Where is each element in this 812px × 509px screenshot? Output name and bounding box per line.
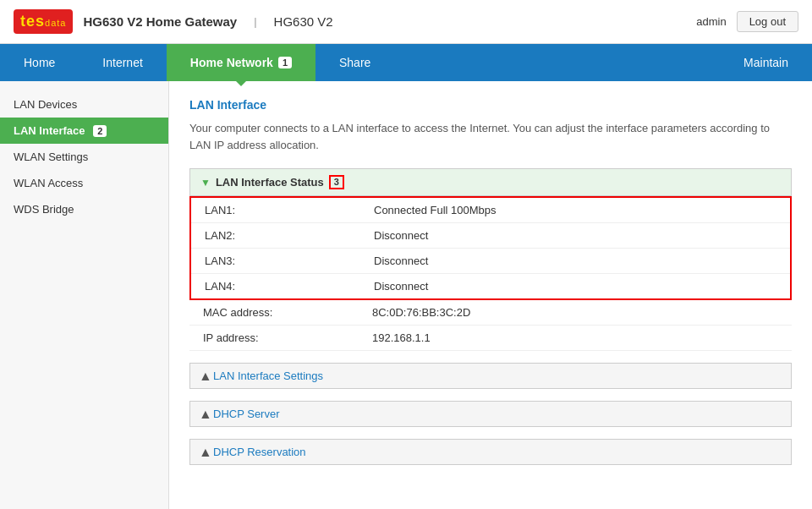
sidebar-item-wlan-settings[interactable]: WLAN Settings: [0, 144, 168, 170]
nav-share[interactable]: Share: [315, 44, 394, 81]
status-table: LAN1: Connected Full 100Mbps LAN2: Disco…: [189, 196, 792, 300]
lan3-label: LAN3:: [205, 254, 374, 267]
sidebar-item-lan-devices[interactable]: LAN Devices: [0, 91, 168, 118]
sidebar-item-wlan-access[interactable]: WLAN Access: [0, 170, 168, 196]
page-title: LAN Interface: [189, 98, 792, 112]
sidebar-item-lan-interface[interactable]: LAN Interface 2: [0, 118, 168, 144]
logo: tesdata: [14, 9, 73, 34]
header: tesdata HG630 V2 Home Gateway | HG630 V2…: [0, 0, 812, 44]
dhcp-server-section: ▶ DHCP Server: [189, 401, 792, 427]
sidebar-label-wlan-access: WLAN Access: [14, 177, 83, 189]
sidebar-badge-lan-interface: 2: [93, 125, 107, 137]
dhcp-reservation-section-label: DHCP Reservation: [213, 446, 306, 458]
status-section-label: LAN Interface Status: [216, 176, 324, 189]
nav-maintain-label: Maintain: [743, 56, 788, 69]
sidebar-label-lan-interface: LAN Interface: [14, 124, 85, 137]
lan4-label: LAN4:: [205, 280, 374, 293]
dhcp-server-section-header[interactable]: ▶ DHCP Server: [189, 401, 792, 427]
dhcp-reservation-section: ▶ DHCP Reservation: [189, 439, 792, 465]
nav-home[interactable]: Home: [0, 44, 79, 81]
nav-home-label: Home: [24, 56, 55, 69]
status-section-badge: 3: [329, 175, 344, 189]
dhcp-server-arrow-icon: ▶: [199, 410, 211, 418]
ip-label: IP address:: [203, 331, 372, 344]
dhcp-reservation-arrow-icon: ▶: [199, 448, 211, 456]
nav-home-network[interactable]: Home Network 1: [167, 44, 315, 81]
mac-row: MAC address: 8C:0D:76:BB:3C:2D: [189, 300, 792, 326]
mac-label: MAC address:: [203, 306, 372, 319]
nav-home-network-label: Home Network: [190, 56, 273, 69]
main-nav: Home Internet Home Network 1 Share Maint…: [0, 44, 812, 81]
status-arrow-icon: ▼: [200, 177, 211, 189]
layout: LAN Devices LAN Interface 2 WLAN Setting…: [0, 81, 812, 509]
nav-maintain[interactable]: Maintain: [720, 44, 812, 81]
sidebar-label-wds-bridge: WDS Bridge: [14, 203, 74, 216]
logo-data: data: [45, 18, 66, 28]
sidebar-label-lan-devices: LAN Devices: [14, 98, 77, 111]
lan1-label: LAN1:: [205, 204, 374, 216]
logo-s: s: [36, 13, 45, 30]
nav-internet[interactable]: Internet: [79, 44, 166, 81]
settings-section: ▶ LAN Interface Settings: [189, 363, 792, 389]
header-right: admin Log out: [696, 11, 798, 32]
nav-spacer: [394, 44, 720, 81]
header-title: HG630 V2 Home Gateway: [83, 14, 237, 29]
status-row-lan2: LAN2: Disconnect: [191, 223, 790, 249]
dhcp-reservation-section-header[interactable]: ▶ DHCP Reservation: [189, 439, 792, 465]
status-row-lan3: LAN3: Disconnect: [191, 249, 790, 274]
mac-value: 8C:0D:76:BB:3C:2D: [372, 306, 470, 319]
header-subtitle: HG630 V2: [274, 14, 333, 29]
lan3-value: Disconnect: [374, 254, 428, 267]
ip-row: IP address: 192.168.1.1: [189, 326, 792, 351]
header-left: tesdata HG630 V2 Home Gateway | HG630 V2: [14, 9, 333, 34]
ip-value: 192.168.1.1: [372, 331, 431, 344]
nav-internet-label: Internet: [102, 56, 142, 69]
nav-share-label: Share: [339, 56, 370, 69]
nav-home-network-badge: 1: [278, 57, 292, 68]
settings-arrow-icon: ▶: [199, 372, 211, 380]
logo-text: te: [20, 13, 36, 30]
settings-section-label: LAN Interface Settings: [213, 369, 323, 382]
status-row-lan4: LAN4: Disconnect: [191, 274, 790, 298]
status-row-lan1: LAN1: Connected Full 100Mbps: [191, 198, 790, 223]
status-section-header[interactable]: ▼ LAN Interface Status 3: [189, 168, 792, 196]
dhcp-server-section-label: DHCP Server: [213, 408, 280, 420]
lan2-label: LAN2:: [205, 229, 374, 242]
page-description: Your computer connects to a LAN interfac…: [189, 120, 792, 153]
logout-button[interactable]: Log out: [737, 11, 798, 32]
lan1-value: Connected Full 100Mbps: [374, 204, 497, 216]
main-content: LAN Interface Your computer connects to …: [169, 81, 812, 509]
sidebar: LAN Devices LAN Interface 2 WLAN Setting…: [0, 81, 169, 509]
sidebar-label-wlan-settings: WLAN Settings: [14, 151, 88, 163]
lan4-value: Disconnect: [374, 280, 428, 293]
lan2-value: Disconnect: [374, 229, 428, 242]
sidebar-item-wds-bridge[interactable]: WDS Bridge: [0, 196, 168, 222]
settings-section-header[interactable]: ▶ LAN Interface Settings: [189, 363, 792, 389]
header-divider: |: [254, 15, 256, 28]
admin-label: admin: [696, 15, 726, 28]
